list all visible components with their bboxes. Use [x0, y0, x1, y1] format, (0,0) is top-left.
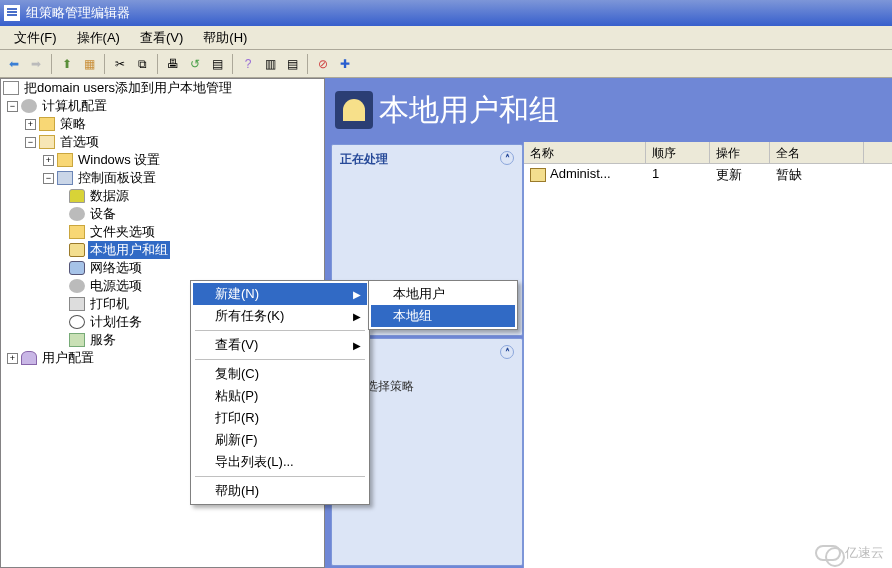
watermark-icon — [815, 545, 841, 561]
menu-bar: 文件(F) 操作(A) 查看(V) 帮助(H) — [0, 26, 892, 50]
tree-user-cfg[interactable]: 用户配置 — [40, 349, 96, 367]
tree-device[interactable]: 设备 — [88, 205, 118, 223]
users-icon — [69, 243, 85, 257]
stop-icon[interactable]: ⊘ — [313, 54, 333, 74]
menu-print[interactable]: 打印(R) — [193, 407, 367, 429]
control-panel-icon — [57, 171, 73, 185]
expand-icon[interactable]: + — [43, 155, 54, 166]
col-fullname[interactable]: 全名 — [770, 142, 864, 163]
up-button[interactable]: ⬆ — [57, 54, 77, 74]
menu-new[interactable]: 新建(N)▶ — [193, 283, 367, 305]
collapse-icon[interactable]: − — [7, 101, 18, 112]
col-order[interactable]: 顺序 — [646, 142, 710, 163]
expand-icon[interactable]: + — [7, 353, 18, 364]
tree-datasource[interactable]: 数据源 — [88, 187, 131, 205]
toolbar: ⬅ ➡ ⬆ ▦ ✂ ⧉ 🖶 ↺ ▤ ? ▥ ▤ ⊘ ✚ — [0, 50, 892, 78]
datasource-icon — [69, 189, 85, 203]
tree-power-opts[interactable]: 电源选项 — [88, 277, 144, 295]
menu-export-list[interactable]: 导出列表(L)... — [193, 451, 367, 473]
undo-icon[interactable]: ↺ — [185, 54, 205, 74]
forward-button[interactable]: ➡ — [26, 54, 46, 74]
col-name[interactable]: 名称 — [524, 142, 646, 163]
folder-open-icon — [39, 135, 55, 149]
chevron-up-icon[interactable]: ˄ — [500, 151, 514, 165]
copy-icon[interactable]: ⧉ — [132, 54, 152, 74]
header-users-icon — [335, 91, 373, 129]
menu-all-tasks[interactable]: 所有任务(K)▶ — [193, 305, 367, 327]
row-fullname: 暂缺 — [770, 166, 864, 184]
col-operation[interactable]: 操作 — [710, 142, 770, 163]
tree-root[interactable]: 把domain users添加到用户本地管理 — [22, 79, 234, 97]
clock-icon — [69, 315, 85, 329]
tree-network-opts[interactable]: 网络选项 — [88, 259, 144, 277]
folder-icon — [39, 117, 55, 131]
computer-icon — [21, 99, 37, 113]
tree-folder-opts[interactable]: 文件夹选项 — [88, 223, 157, 241]
menu-divider — [195, 359, 365, 360]
context-submenu[interactable]: 本地用户 本地组 — [368, 280, 518, 330]
chevron-up-icon[interactable]: ˄ — [500, 345, 514, 359]
context-menu[interactable]: 新建(N)▶ 所有任务(K)▶ 查看(V)▶ 复制(C) 粘贴(P) 打印(R)… — [190, 280, 370, 505]
tree-policies[interactable]: 策略 — [58, 115, 88, 133]
users-icon — [530, 168, 546, 182]
tree-computer-cfg[interactable]: 计算机配置 — [40, 97, 109, 115]
menu-view[interactable]: 查看(V)▶ — [193, 334, 367, 356]
menu-paste[interactable]: 粘贴(P) — [193, 385, 367, 407]
menu-divider — [195, 330, 365, 331]
app-icon — [4, 5, 20, 21]
list-icon[interactable]: ▤ — [282, 54, 302, 74]
content-title: 本地用户和组 — [379, 90, 559, 131]
folder-icon — [57, 153, 73, 167]
printer-icon — [69, 297, 85, 311]
row-order: 1 — [646, 166, 710, 184]
watermark: 亿速云 — [815, 544, 884, 562]
watermark-text: 亿速云 — [845, 544, 884, 562]
list-header: 名称 顺序 操作 全名 — [524, 142, 892, 164]
expand-icon[interactable]: + — [25, 119, 36, 130]
cut-icon[interactable]: ✂ — [110, 54, 130, 74]
power-icon — [69, 279, 85, 293]
doc-icon[interactable]: ▤ — [207, 54, 227, 74]
collapse-icon[interactable]: − — [25, 137, 36, 148]
print-icon[interactable]: 🖶 — [163, 54, 183, 74]
processing-title: 正在处理 — [340, 151, 388, 168]
menu-copy[interactable]: 复制(C) — [193, 363, 367, 385]
tree-win-settings[interactable]: Windows 设置 — [76, 151, 162, 169]
row-name: Administ... — [550, 166, 611, 181]
content-header: 本地用户和组 — [325, 78, 892, 142]
menu-file[interactable]: 文件(F) — [4, 27, 67, 49]
back-button[interactable]: ⬅ — [4, 54, 24, 74]
menu-help[interactable]: 帮助(H) — [193, 27, 257, 49]
user-icon — [21, 351, 37, 365]
gear-icon — [69, 333, 85, 347]
device-icon — [69, 207, 85, 221]
add-icon[interactable]: ✚ — [335, 54, 355, 74]
help-icon[interactable]: ? — [238, 54, 258, 74]
title-bar: 组策略管理编辑器 — [0, 0, 892, 26]
properties-icon[interactable]: ▥ — [260, 54, 280, 74]
menu-action[interactable]: 操作(A) — [67, 27, 130, 49]
options-button[interactable]: ▦ — [79, 54, 99, 74]
tree-printers[interactable]: 打印机 — [88, 295, 131, 313]
submenu-arrow-icon: ▶ — [353, 340, 361, 351]
menu-help[interactable]: 帮助(H) — [193, 480, 367, 502]
tree-preferences[interactable]: 首选项 — [58, 133, 101, 151]
row-operation: 更新 — [710, 166, 770, 184]
collapse-icon[interactable]: − — [43, 173, 54, 184]
tree-local-users[interactable]: 本地用户和组 — [88, 241, 170, 259]
list-item[interactable]: Administ... 1 更新 暂缺 — [524, 164, 892, 186]
menu-divider — [195, 476, 365, 477]
list-view[interactable]: 名称 顺序 操作 全名 Administ... 1 更新 暂缺 — [523, 142, 892, 568]
submenu-local-group[interactable]: 本地组 — [371, 305, 515, 327]
tree-services[interactable]: 服务 — [88, 331, 118, 349]
menu-refresh[interactable]: 刷新(F) — [193, 429, 367, 451]
tree-sched-tasks[interactable]: 计划任务 — [88, 313, 144, 331]
submenu-arrow-icon: ▶ — [353, 311, 361, 322]
submenu-arrow-icon: ▶ — [353, 289, 361, 300]
submenu-local-user[interactable]: 本地用户 — [371, 283, 515, 305]
network-icon — [69, 261, 85, 275]
tree-cp-settings[interactable]: 控制面板设置 — [76, 169, 158, 187]
menu-view[interactable]: 查看(V) — [130, 27, 193, 49]
folder-icon — [69, 225, 85, 239]
policy-icon — [3, 81, 19, 95]
